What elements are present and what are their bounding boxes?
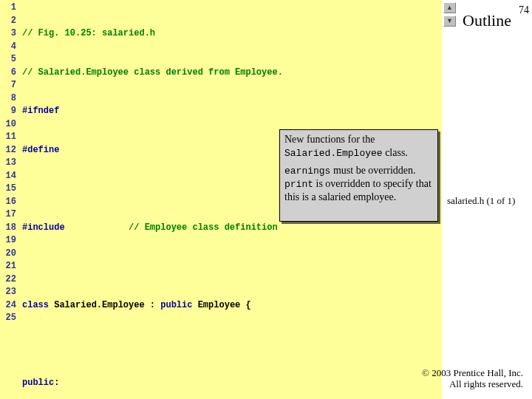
outline-title: Outline [463,11,511,30]
code-text: public [160,300,192,310]
line-number: 9 [0,105,19,118]
line-number: 18 [0,222,19,235]
copyright-line: © 2003 Prentice Hall, Inc. [422,367,523,379]
code-text: #ifndef [22,106,59,116]
line-number: 25 [0,312,19,325]
line-number-gutter: 1 2 3 4 5 6 7 8 9 10 11 12 13 14 15 16 1… [0,1,19,325]
code-text: #define [22,145,59,155]
page-number: 74 [519,4,529,16]
line-number: 22 [0,273,19,287]
line-number: 14 [0,170,19,183]
line-number: 1 [0,1,19,15]
callout-text: must be overridden. [330,165,415,176]
line-number: 6 [0,66,19,80]
callout-paragraph: earnings must be overridden. print is ov… [284,164,433,204]
code-text: public [22,378,54,388]
line-number: 12 [0,144,19,157]
line-number: 2 [0,15,19,28]
callout-text: class. [383,147,408,158]
arrow-down-icon: ▼ [446,17,453,24]
line-number: 21 [0,260,19,273]
code-block: // Fig. 10.25: salaried.h // Salaried.Em… [22,1,320,399]
code-text: #include [22,222,65,233]
code-text: : [54,378,59,388]
line-number: 4 [0,41,19,54]
file-reference: salaried.h (1 of 1) [447,195,515,207]
code-text: Employee { [192,300,250,310]
line-number: 11 [0,131,19,144]
copyright-notice: © 2003 Prentice Hall, Inc. All rights re… [422,367,523,390]
line-number: 13 [0,157,19,170]
callout-text: earnings [284,166,330,177]
line-number: 23 [0,286,19,299]
line-number: 24 [0,299,19,313]
line-number: 20 [0,248,19,261]
line-number: 15 [0,183,19,196]
callout-text: print [284,179,313,190]
callout-text: New functions for the [284,134,375,145]
line-number: 19 [0,234,19,248]
scroll-up-button[interactable]: ▲ [443,2,456,13]
callout-paragraph: New functions for the Salaried.Employee … [284,133,433,160]
line-number: 7 [0,79,19,92]
line-number: 16 [0,196,19,209]
line-number: 10 [0,118,19,132]
callout-text: Salaried.Employee [284,148,383,159]
scroll-down-button[interactable]: ▼ [443,16,456,27]
line-number: 17 [0,208,19,222]
code-text: // Salaried.Employee class derived from … [22,67,283,78]
line-number: 3 [0,27,19,41]
code-text: Salaried.Employee : [49,300,160,310]
arrow-up-icon: ▲ [446,4,453,11]
annotation-callout: New functions for the Salaried.Employee … [279,129,438,222]
copyright-line: All rights reserved. [422,378,523,390]
code-area: 1 2 3 4 5 6 7 8 9 10 11 12 13 14 15 16 1… [0,0,442,399]
line-number: 8 [0,92,19,106]
code-text: class [22,300,49,310]
code-text: // Fig. 10.25: salaried.h [22,28,155,38]
code-text: // Employee class definition [65,222,278,233]
line-number: 5 [0,53,19,66]
